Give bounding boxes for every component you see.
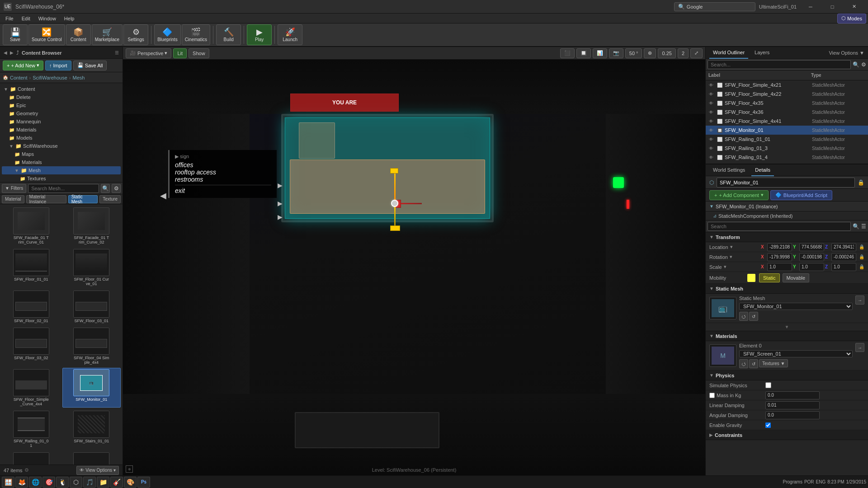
scale-x-input[interactable] xyxy=(767,263,792,271)
settings-button[interactable]: ⚙ Settings xyxy=(123,24,148,45)
vp-angle-btn[interactable]: 50 ° xyxy=(625,48,642,58)
asset-item[interactable]: SFW_Floor_02_01 xyxy=(2,289,61,324)
content-button[interactable]: 📦 Content xyxy=(66,24,91,45)
transform-section-header[interactable]: ▼ Transform xyxy=(706,232,868,242)
vp-stats-btn[interactable]: 📊 xyxy=(593,48,607,58)
vp-gizmo-btn[interactable]: ⊕ xyxy=(644,48,656,58)
add-component-button[interactable]: + + Add Component ▾ xyxy=(709,190,769,200)
mesh-expand-row[interactable]: ▼ xyxy=(706,323,868,331)
show-button[interactable]: Show xyxy=(189,48,209,58)
tree-item-content[interactable]: ▼ 📁 Content xyxy=(2,85,121,93)
marketplace-button[interactable]: 🛒 Marketplace xyxy=(92,24,123,45)
taskbar-ue4[interactable]: 🎯 xyxy=(42,477,55,488)
tree-item-mesh[interactable]: ▼ 📁 Mesh xyxy=(2,166,121,174)
breadcrumb-content[interactable]: Content xyxy=(10,75,28,80)
taskbar-ps[interactable]: Ps xyxy=(137,477,150,488)
wo-row[interactable]: 👁 ⬜ SFW_Railing_01_4 StaticMeshActor xyxy=(706,153,868,162)
vp-maximize-btn[interactable]: ⤢ xyxy=(690,48,703,58)
filter-texture[interactable]: Texture xyxy=(99,195,121,203)
build-button[interactable]: 🔨 Build xyxy=(216,24,241,45)
rotation-dropdown[interactable]: ▾ xyxy=(730,254,732,260)
mesh-expand-btn[interactable]: → xyxy=(855,296,864,305)
material-browse-btn[interactable]: ⭯ xyxy=(739,359,748,368)
mesh-refresh-btn[interactable]: ↺ xyxy=(749,312,758,321)
blueprint-script-button[interactable]: 🔷 Blueprint/Add Script xyxy=(770,190,832,200)
taskbar-spotify[interactable]: 🎵 xyxy=(83,477,96,488)
sign-arrow-right-2[interactable]: ▶ xyxy=(278,200,283,207)
filter-material[interactable]: Material xyxy=(2,195,24,203)
close-button[interactable]: ✕ xyxy=(844,0,864,14)
asset-item[interactable]: SFW_Floor_01 Curve_01 xyxy=(62,248,121,287)
launch-button[interactable]: 🚀 Launch xyxy=(278,24,302,45)
blueprints-button[interactable]: 🔷 Blueprints xyxy=(154,24,180,45)
details-search-icon[interactable]: 🔍 xyxy=(853,223,859,230)
textures-dropdown-btn[interactable]: Textures ▼ xyxy=(759,359,788,367)
breadcrumb-scifi[interactable]: ScifiWarehouse xyxy=(33,75,67,80)
wo-row[interactable]: 👁 ⬜ SFW_Railing_01_5 StaticMeshActor xyxy=(706,162,868,164)
asset-item[interactable]: SFW_Floor_Simple_Curve_4x4 xyxy=(2,368,61,408)
wo-search-input[interactable] xyxy=(708,60,851,69)
help-search-input[interactable] xyxy=(687,4,741,9)
scale-dropdown[interactable]: ▾ xyxy=(724,264,726,270)
breadcrumb-mesh[interactable]: Mesh xyxy=(73,75,85,80)
wo-row[interactable]: 👁 ⬜ SFW_Floor_4x35 StaticMeshActor xyxy=(706,99,868,108)
view-options-button[interactable]: 👁 View Options ▾ xyxy=(76,466,119,475)
asset-item[interactable]: SFW_Facade_01 Trim_Curve_01 xyxy=(2,206,61,246)
asset-item[interactable]: SFW_Floor_01_01 xyxy=(2,248,61,287)
asset-item[interactable]: SFW_Floor_04 Simple_4x4 xyxy=(62,326,121,366)
filter-button[interactable]: ▼ Filters xyxy=(2,184,26,193)
lit-button[interactable]: Lit xyxy=(173,48,187,58)
tree-item-materials[interactable]: 📁 Materials xyxy=(2,126,121,134)
menu-file[interactable]: File xyxy=(2,15,17,22)
wo-row[interactable]: 👁 ⬜ SFW_Floor_4x36 StaticMeshActor xyxy=(706,108,868,117)
movable-button[interactable]: Movable xyxy=(783,273,810,282)
scale-lock[interactable]: 🔒 xyxy=(859,264,864,269)
details-search-input[interactable] xyxy=(708,222,851,231)
asset-item[interactable]: SFW_Trim01_01 xyxy=(62,451,121,465)
static-mesh-section-header[interactable]: ▼ Static Mesh xyxy=(706,284,868,294)
tab-world-outliner[interactable]: World Outliner xyxy=(709,47,748,59)
tree-item-models[interactable]: 📁 Models xyxy=(2,134,121,142)
lock-icon[interactable]: 🔒 xyxy=(858,179,864,186)
taskbar-chrome[interactable]: 🌐 xyxy=(29,477,42,488)
asset-item[interactable]: SFW_Facade_01 Trim_Curve_02 xyxy=(62,206,121,246)
tree-item-scifi-materials[interactable]: 📁 Materials xyxy=(2,158,121,166)
vp-camera-btn[interactable]: 📷 xyxy=(609,48,623,58)
asset-item-monitor[interactable]: 📺 SFW_Monitor_01 xyxy=(62,368,121,408)
mass-input[interactable] xyxy=(765,391,820,399)
sign-arrow-right-3[interactable]: ▶ xyxy=(278,213,283,221)
wo-row[interactable]: 👁 ⬜ SFW_Railing_01_01 StaticMeshActor xyxy=(706,135,868,144)
static-button[interactable]: Static xyxy=(759,273,780,282)
wo-row[interactable]: 👁 ⬜ SFW_Floor_Simple_4x22 StaticMeshActo… xyxy=(706,89,868,99)
wo-row[interactable]: 👁 ⬜ SFW_Floor_Simple_4x21 StaticMeshActo… xyxy=(706,80,868,89)
static-mesh-select[interactable]: SFW_Monitor_01 xyxy=(739,303,853,310)
wo-row[interactable]: 👁 ⬜ SFW_Floor_Simple_4x41 StaticMeshActo… xyxy=(706,117,868,126)
wo-search-icon[interactable]: 🔍 xyxy=(853,61,859,68)
maximize-button[interactable]: □ xyxy=(822,0,843,14)
location-z-input[interactable] xyxy=(831,243,856,251)
rotation-x-input[interactable] xyxy=(767,253,792,261)
physics-section-header[interactable]: ▼ Physics xyxy=(706,371,868,380)
search-input[interactable] xyxy=(28,184,99,193)
mesh-browse-btn[interactable]: ⭯ xyxy=(739,312,748,321)
tree-item-maps[interactable]: 📁 Maps xyxy=(2,150,121,158)
filter-material-instance[interactable]: Material Instance xyxy=(26,195,66,203)
material-expand-btn[interactable]: → xyxy=(855,343,864,352)
taskbar-penguin[interactable]: 🐧 xyxy=(56,477,69,488)
tab-details[interactable]: Details xyxy=(751,164,774,176)
details-list-icon[interactable]: ☰ xyxy=(861,223,866,230)
filter-static-mesh[interactable]: Static Mesh xyxy=(68,195,98,203)
add-new-button[interactable]: + + Add New ▾ xyxy=(3,61,43,70)
location-lock[interactable]: 🔒 xyxy=(859,244,864,249)
rotation-z-input[interactable] xyxy=(831,253,856,261)
material-refresh-btn[interactable]: ↺ xyxy=(749,359,758,368)
modes-button[interactable]: ⬡ Modes xyxy=(837,14,866,23)
rotation-lock[interactable]: 🔒 xyxy=(859,254,864,259)
vp-perspective-icon[interactable]: 🔲 xyxy=(576,48,591,58)
asset-item[interactable]: SFW_Floor_03_01 xyxy=(62,289,121,324)
tree-item-delete[interactable]: 📁 Delete xyxy=(2,93,121,101)
enable-gravity-checkbox[interactable] xyxy=(765,422,771,428)
vp-grid-size-btn[interactable]: 2 xyxy=(678,48,689,58)
menu-edit[interactable]: Edit xyxy=(18,15,34,22)
location-y-input[interactable] xyxy=(799,243,824,251)
